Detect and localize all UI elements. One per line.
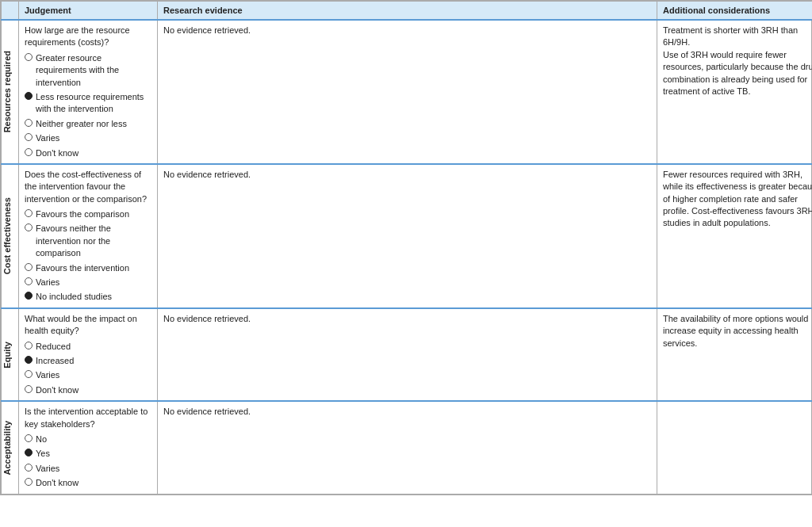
radio-unselected-icon	[25, 385, 33, 393]
radio-label: Varies	[36, 132, 59, 144]
radio-option[interactable]: Varies	[25, 277, 151, 288]
radio-label: No included studies	[36, 291, 112, 303]
radio-option[interactable]: Neither greater nor less	[25, 118, 151, 130]
radio-label: Neither greater nor less	[36, 118, 127, 130]
radio-option[interactable]: Don't know	[25, 477, 151, 489]
radio-label: No	[36, 433, 47, 445]
radio-label: Varies	[36, 277, 59, 288]
radio-option[interactable]: No included studies	[25, 291, 151, 303]
additional-cell: The availability of more options would i…	[657, 308, 813, 401]
research-cell: No evidence retrieved.	[158, 20, 657, 164]
radio-label: Yes	[36, 448, 50, 460]
radio-option[interactable]: Varies	[25, 132, 151, 144]
question-text: Does the cost-effectiveness of the inter…	[25, 169, 151, 205]
radio-option[interactable]: Varies	[25, 369, 151, 381]
section-label-cell: Acceptability	[2, 401, 19, 494]
radio-option[interactable]: Favours the intervention	[25, 262, 151, 274]
radio-label: Favours neither the intervention nor the…	[36, 223, 151, 259]
research-cell: No evidence retrieved.	[158, 308, 657, 401]
radio-option[interactable]: No	[25, 433, 151, 445]
radio-label: Favours the comparison	[36, 208, 129, 220]
judgement-cell: Does the cost-effectiveness of the inter…	[19, 164, 158, 308]
evidence-table: Judgement Research evidence Additional c…	[0, 0, 812, 495]
radio-option[interactable]: Favours neither the intervention nor the…	[25, 223, 151, 259]
radio-option[interactable]: Favours the comparison	[25, 208, 151, 220]
radio-label: Don't know	[36, 147, 79, 159]
radio-selected-icon	[25, 92, 33, 100]
header-judgement: Judgement	[19, 2, 158, 21]
section-label: Cost effectiveness	[2, 197, 13, 274]
radio-unselected-icon	[25, 209, 33, 217]
section-label-cell: Equity	[2, 308, 19, 401]
radio-unselected-icon	[25, 119, 33, 127]
section-label: Resources required	[2, 51, 13, 132]
section-row: AcceptabilityIs the intervention accepta…	[2, 401, 813, 494]
radio-option[interactable]: Increased	[25, 355, 151, 367]
radio-selected-icon	[25, 356, 33, 364]
additional-cell: Treatment is shorter with 3RH than 6H/9H…	[657, 20, 813, 164]
radio-option[interactable]: Varies	[25, 463, 151, 475]
radio-unselected-icon	[25, 148, 33, 156]
additional-cell	[657, 401, 813, 494]
radio-selected-icon	[25, 292, 33, 300]
radio-label: Reduced	[36, 341, 71, 353]
radio-label: Varies	[36, 463, 59, 475]
radio-unselected-icon	[25, 133, 33, 141]
judgement-cell: How large are the resource requirements …	[19, 20, 158, 164]
section-label-cell: Cost effectiveness	[2, 164, 19, 308]
radio-unselected-icon	[25, 223, 33, 231]
radio-option[interactable]: Don't know	[25, 384, 151, 396]
question-text: What would be the impact on health equit…	[25, 313, 151, 338]
radio-label: Don't know	[36, 477, 79, 489]
section-row: Resources requiredHow large are the reso…	[2, 20, 813, 164]
section-label: Equity	[2, 342, 13, 369]
radio-option[interactable]: Reduced	[25, 341, 151, 353]
question-text: How large are the resource requirements …	[25, 25, 151, 49]
section-label-cell: Resources required	[2, 20, 19, 164]
radio-unselected-icon	[25, 277, 33, 285]
radio-label: Less resource requirements with the inte…	[36, 91, 151, 116]
radio-option[interactable]: Yes	[25, 448, 151, 460]
radio-unselected-icon	[25, 464, 33, 472]
radio-label: Don't know	[36, 384, 79, 396]
research-cell: No evidence retrieved.	[158, 164, 657, 308]
header-research: Research evidence	[158, 2, 657, 21]
judgement-cell: Is the intervention acceptable to key st…	[19, 401, 158, 494]
radio-selected-icon	[25, 449, 33, 456]
radio-unselected-icon	[25, 263, 33, 271]
radio-label: Greater resource requirements with the i…	[36, 52, 151, 89]
radio-label: Increased	[36, 355, 74, 367]
judgement-cell: What would be the impact on health equit…	[19, 308, 158, 401]
section-row: EquityWhat would be the impact on health…	[2, 308, 813, 401]
radio-unselected-icon	[25, 53, 33, 61]
radio-label: Varies	[36, 369, 59, 381]
radio-label: Favours the intervention	[36, 262, 129, 274]
radio-unselected-icon	[25, 370, 33, 378]
radio-unselected-icon	[25, 434, 33, 442]
radio-option[interactable]: Less resource requirements with the inte…	[25, 91, 151, 116]
radio-option[interactable]: Don't know	[25, 147, 151, 159]
radio-unselected-icon	[25, 478, 33, 486]
additional-cell: Fewer resources required with 3RH, while…	[657, 164, 813, 308]
radio-option[interactable]: Greater resource requirements with the i…	[25, 52, 151, 89]
question-text: Is the intervention acceptable to key st…	[25, 406, 151, 430]
section-row: Cost effectivenessDoes the cost-effectiv…	[2, 164, 813, 308]
radio-unselected-icon	[25, 342, 33, 349]
header-additional: Additional considerations	[657, 2, 813, 21]
research-cell: No evidence retrieved.	[158, 401, 657, 494]
section-label: Acceptability	[2, 421, 13, 475]
